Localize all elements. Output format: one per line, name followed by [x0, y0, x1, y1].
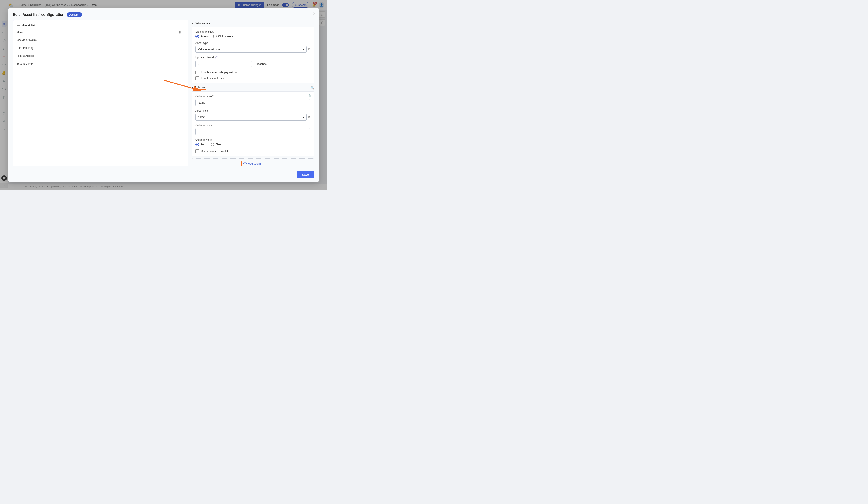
asset-type-select[interactable]: Vehicle asset type ▾ — [195, 46, 307, 53]
modal-close-button[interactable]: ✕ — [313, 11, 316, 16]
child-assets-radio[interactable]: Child assets — [213, 34, 233, 38]
caret-down-icon: ▼ — [192, 87, 194, 89]
help-icon[interactable]: ? — [215, 56, 218, 59]
column-order-label: Column order — [195, 124, 310, 127]
update-interval-unit-select[interactable]: seconds ▾ — [254, 61, 310, 67]
column-header-name[interactable]: Name — [17, 31, 24, 34]
data-source-section-header[interactable]: ▼ Data source — [192, 21, 314, 25]
config-modal: ✕ ⋰ Edit "Asset list" configuration Asse… — [8, 8, 319, 181]
chevron-down-icon: ▾ — [303, 48, 304, 51]
column-config-card: 🗑 Column name* Asset field name ▾ ⧉ — [192, 91, 314, 157]
chevron-down-icon: ▾ — [307, 62, 308, 65]
update-interval-label: Update interval ? — [195, 56, 310, 59]
save-button[interactable]: Save — [297, 171, 314, 178]
delete-column-button[interactable]: 🗑 — [308, 94, 311, 97]
widget-type-badge: Asset list — [67, 12, 82, 17]
widget-title: Asset list — [22, 23, 35, 27]
copy-icon[interactable]: ⧉ — [308, 115, 310, 119]
table-row[interactable]: Toyota Camry — [17, 60, 185, 68]
asset-field-select[interactable]: name ▾ — [195, 114, 307, 120]
filter-icon[interactable]: ⇅ — [179, 31, 181, 34]
update-interval-input[interactable] — [195, 61, 252, 67]
table-row[interactable]: Honda Accord — [17, 52, 185, 60]
resize-handle-bottom[interactable]: ⋰ — [316, 178, 318, 180]
table-row[interactable]: Chevrolet Malibu — [17, 36, 185, 44]
width-auto-radio[interactable]: Auto — [195, 143, 206, 146]
copy-icon[interactable]: ⧉ — [308, 48, 310, 51]
columns-search-icon[interactable]: 🔍 — [311, 86, 314, 90]
chevron-down-icon: ▾ — [303, 116, 304, 119]
column-width-label: Column width — [195, 138, 310, 141]
plus-icon: + — [244, 162, 247, 165]
asset-type-label: Asset type — [195, 41, 310, 44]
table-row[interactable]: Ford Mustang — [17, 44, 185, 52]
asset-field-label: Asset field — [195, 109, 310, 112]
enable-server-side-checkbox[interactable]: Enable server side pagination — [195, 71, 310, 74]
sort-icon[interactable]: ↑ — [183, 31, 185, 34]
column-name-input[interactable] — [195, 99, 310, 106]
assets-radio[interactable]: Assets — [195, 34, 209, 38]
list-icon — [17, 24, 20, 27]
modal-title: Edit "Asset list" configuration — [13, 13, 64, 17]
columns-section-header[interactable]: ▼ Columns — [192, 86, 206, 90]
display-entities-label: Display entities — [195, 30, 310, 33]
add-column-button[interactable]: + Add column — [244, 162, 262, 165]
column-name-label: Column name* — [195, 95, 310, 98]
config-pane[interactable]: ▼ Data source Display entities Assets Ch… — [192, 20, 316, 166]
add-column-container: + Add column — [192, 158, 314, 166]
column-order-input[interactable] — [195, 128, 310, 135]
width-fixed-radio[interactable]: Fixed — [210, 143, 222, 146]
enable-initial-filters-checkbox[interactable]: Enable initial filters — [195, 76, 310, 80]
use-advanced-template-checkbox[interactable]: Use advanced template — [195, 149, 310, 153]
data-source-panel: Display entities Assets Child assets Ass… — [192, 27, 314, 83]
preview-pane: Asset list Name ⇅ ↑ Chevrolet Malibu For… — [13, 20, 188, 166]
caret-down-icon: ▼ — [192, 22, 194, 24]
